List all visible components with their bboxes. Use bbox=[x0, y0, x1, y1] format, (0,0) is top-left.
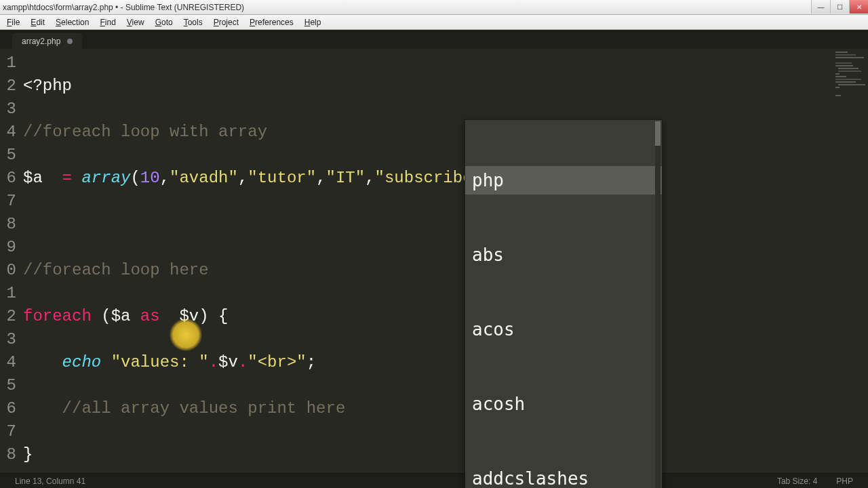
line-number: 5 bbox=[0, 374, 16, 397]
window-titlebar: xampp\htdocs\form\array2.php • - Sublime… bbox=[0, 0, 868, 15]
tabbar: array2.php bbox=[0, 30, 868, 49]
line-number: 7 bbox=[0, 420, 16, 443]
editor[interactable]: 1 2 3 4 5 6 7 8 9 0 1 2 3 4 5 6 7 8 <?ph… bbox=[0, 49, 868, 473]
menu-selection[interactable]: Selection bbox=[50, 16, 94, 28]
minimap[interactable] bbox=[833, 49, 868, 473]
close-button[interactable]: ✕ bbox=[849, 0, 868, 14]
code-area[interactable]: <?php //foreach loop with array $a = arr… bbox=[20, 49, 833, 473]
code-line: $a = array(10,"avadh","tutor","IT","subs… bbox=[23, 167, 833, 190]
menu-project[interactable]: Project bbox=[208, 16, 244, 28]
autocomplete-item[interactable]: acosh bbox=[465, 390, 662, 418]
code-line: foreach ($a as $v) { bbox=[23, 305, 833, 328]
line-number: 2 bbox=[0, 75, 16, 98]
line-number: 9 bbox=[0, 236, 16, 259]
tab-array2-php[interactable]: array2.php bbox=[12, 33, 82, 49]
menu-tools[interactable]: Tools bbox=[178, 16, 208, 28]
line-number: 0 bbox=[0, 259, 16, 282]
line-number: 4 bbox=[0, 351, 16, 374]
menu-view[interactable]: View bbox=[121, 16, 150, 28]
line-number: 1 bbox=[0, 52, 16, 75]
window-controls: — ☐ ✕ bbox=[811, 0, 868, 14]
tab-dirty-dot-icon bbox=[67, 39, 73, 44]
line-number: 2 bbox=[0, 305, 16, 328]
line-number: 4 bbox=[0, 121, 16, 144]
autocomplete-scroll-thumb[interactable] bbox=[655, 121, 660, 146]
line-number: 3 bbox=[0, 98, 16, 121]
line-number: 1 bbox=[0, 282, 16, 305]
menu-preferences[interactable]: Preferences bbox=[244, 16, 299, 28]
autocomplete-item[interactable]: addcslashes bbox=[465, 464, 662, 488]
line-number: 8 bbox=[0, 213, 16, 236]
line-number: 7 bbox=[0, 190, 16, 213]
autocomplete-item[interactable]: acos bbox=[465, 315, 662, 344]
maximize-button[interactable]: ☐ bbox=[830, 0, 849, 14]
gutter: 1 2 3 4 5 6 7 8 9 0 1 2 3 4 5 6 7 8 bbox=[0, 49, 20, 473]
line-number: 8 bbox=[0, 443, 16, 466]
code-line: } bbox=[23, 443, 833, 466]
autocomplete-item[interactable]: php bbox=[465, 166, 662, 195]
menu-goto[interactable]: Goto bbox=[150, 16, 178, 28]
menu-file[interactable]: File bbox=[1, 16, 25, 28]
line-number: 6 bbox=[0, 167, 16, 190]
code-line: <?php bbox=[23, 75, 833, 98]
line-number: 5 bbox=[0, 144, 16, 167]
autocomplete-item[interactable]: abs bbox=[465, 241, 662, 269]
autocomplete-popup[interactable]: php abs acos acosh addcslashes addslashe… bbox=[465, 119, 663, 488]
autocomplete-scrollbar[interactable] bbox=[655, 121, 660, 488]
line-number: 6 bbox=[0, 397, 16, 420]
line-number: 3 bbox=[0, 328, 16, 351]
menubar: File Edit Selection Find View Goto Tools… bbox=[0, 15, 868, 30]
code-line bbox=[23, 213, 833, 236]
code-line: //foreach loop here bbox=[23, 259, 833, 282]
code-line: //foreach loop with array bbox=[23, 121, 833, 144]
window-title: xampp\htdocs\form\array2.php • - Sublime… bbox=[3, 3, 865, 12]
menu-help[interactable]: Help bbox=[299, 16, 327, 28]
minimize-button[interactable]: — bbox=[811, 0, 830, 14]
code-line: //all array values print here bbox=[23, 397, 833, 420]
menu-edit[interactable]: Edit bbox=[25, 16, 50, 28]
code-line: echo "values: ".$v."<br>"; bbox=[23, 351, 833, 374]
tab-label: array2.php bbox=[22, 37, 60, 46]
menu-find[interactable]: Find bbox=[94, 16, 121, 28]
